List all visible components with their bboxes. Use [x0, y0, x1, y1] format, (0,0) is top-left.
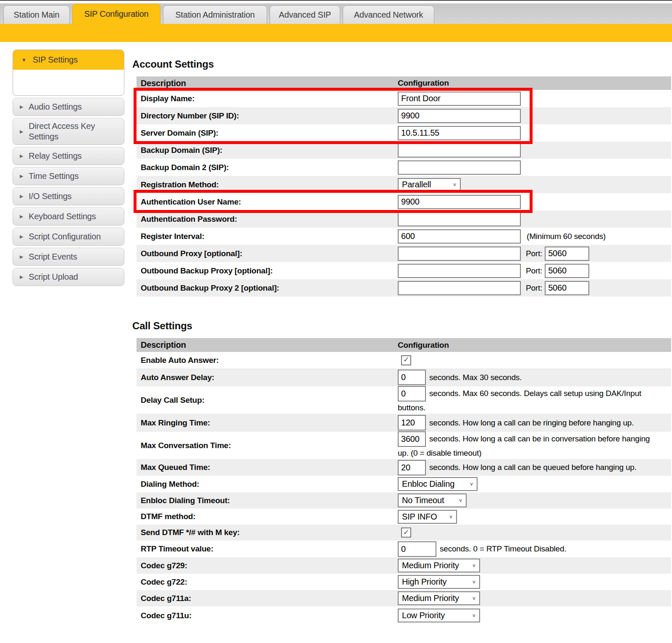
column-header-description: Description — [136, 79, 394, 88]
codec-g729-select[interactable]: Medium Priority — [398, 559, 480, 572]
max-ringing-time-input[interactable] — [398, 415, 426, 430]
rtp-timeout-input[interactable] — [398, 541, 436, 557]
table-row: Directory Number (SIP ID): — [136, 107, 671, 124]
max-queued-time-note: seconds. How long a call can be queued b… — [429, 463, 637, 472]
codec-g722-select[interactable]: High Priority — [398, 575, 480, 589]
sidebar-item-label: Keyboard Settings — [29, 211, 96, 222]
sidebar-panel-sip-settings: SIP Settings — [13, 50, 124, 96]
table-row: Enbloc Dialing Timeout: No Timeout — [136, 492, 671, 509]
sidebar-item-relay-settings[interactable]: Relay Settings — [13, 147, 124, 165]
sidebar-item-io-settings[interactable]: I/O Settings — [13, 187, 124, 205]
selected-value: Medium Priority — [402, 561, 459, 570]
sidebar-item-script-configuration[interactable]: Script Configuration — [13, 228, 124, 246]
table-row: Outbound Backup Proxy [optional]: Port: — [136, 262, 671, 279]
codec-g722-label: Codec g722: — [136, 577, 394, 587]
chevron-right-icon — [20, 214, 23, 219]
dialing-method-select[interactable]: Enbloc Dialing — [398, 477, 478, 491]
backup-domain2-input[interactable] — [398, 160, 521, 175]
selected-value: No Timeout — [402, 496, 444, 505]
table-row: Max Conversation Time: seconds. How long… — [136, 432, 671, 459]
directory-number-label: Directory Number (SIP ID): — [136, 111, 394, 121]
tab-advanced-network[interactable]: Advanced Network — [343, 5, 434, 24]
sidebar-item-script-events[interactable]: Script Events — [13, 248, 124, 266]
chevron-right-icon — [20, 275, 23, 279]
display-name-input[interactable] — [398, 92, 521, 106]
sidebar-item-sip-settings[interactable]: SIP Settings — [13, 50, 124, 70]
auth-password-input[interactable] — [398, 212, 521, 226]
enable-auto-answer-label: Enable Auto Answer: — [136, 356, 394, 365]
max-queued-time-input[interactable] — [398, 460, 426, 475]
register-interval-note: (Minimum 60 seconds) — [527, 232, 606, 241]
auto-answer-delay-label: Auto Answer Delay: — [136, 373, 394, 382]
chevron-down-icon — [470, 482, 473, 486]
chevron-right-icon — [20, 255, 23, 259]
selected-value: Enbloc Dialing — [402, 479, 454, 489]
send-dtmf-checkbox[interactable] — [401, 528, 411, 538]
sidebar-item-direct-access-key-settings[interactable]: Direct Access Key Settings — [13, 118, 124, 145]
register-interval-input[interactable] — [398, 229, 521, 244]
auto-answer-delay-note: seconds. Max 30 seconds. — [429, 373, 522, 382]
dtmf-method-select[interactable]: SIP INFO — [398, 510, 457, 524]
selected-value: SIP INFO — [402, 512, 437, 522]
outbound-backup-proxy2-input[interactable] — [398, 281, 521, 295]
sidebar-item-script-upload[interactable]: Script Upload — [13, 268, 124, 286]
backup-domain-input[interactable] — [398, 143, 521, 157]
table-row: Dialing Method: Enbloc Dialing — [136, 476, 671, 492]
chevron-right-icon — [20, 154, 23, 158]
chevron-down-icon — [472, 580, 476, 584]
rtp-timeout-label: RTP Timeout value: — [136, 544, 394, 554]
account-settings-table: Description Configuration Display Name: … — [136, 76, 671, 297]
codec-g711u-select[interactable]: Low Priority — [398, 609, 480, 622]
auth-password-label: Authentication Password: — [136, 215, 394, 224]
codec-g711a-select[interactable]: Medium Priority — [398, 591, 480, 605]
max-conversation-time-label: Max Conversation Time: — [136, 441, 394, 450]
column-header-configuration: Configuration — [394, 79, 671, 88]
directory-number-input[interactable] — [398, 109, 521, 123]
outbound-proxy-input[interactable] — [398, 247, 521, 261]
outbound-backup-proxy-input[interactable] — [398, 264, 521, 278]
main-content: Account Settings Description Configurati… — [132, 59, 671, 625]
display-name-label: Display Name: — [136, 94, 394, 103]
enable-auto-answer-checkbox[interactable] — [401, 355, 411, 365]
table-row: Delay Call Setup: seconds. Max 60 second… — [136, 386, 671, 414]
selected-value: Low Priority — [402, 611, 445, 620]
auth-user-input[interactable] — [398, 195, 521, 209]
outbound-backup-proxy-port-input[interactable] — [545, 264, 589, 278]
enbloc-dialing-timeout-select[interactable]: No Timeout — [398, 493, 467, 507]
table-row: Max Ringing Time: seconds. How long a ca… — [136, 414, 671, 432]
server-domain-input[interactable] — [398, 126, 521, 140]
outbound-backup-proxy2-label: Outbound Backup Proxy 2 [optional]: — [136, 283, 394, 293]
sidebar-item-label: Relay Settings — [29, 151, 81, 161]
tab-sip-configuration[interactable]: SIP Configuration — [72, 4, 160, 24]
backup-domain-label: Backup Domain (SIP): — [136, 146, 394, 155]
table-row: DTMF method: SIP INFO — [136, 509, 671, 525]
max-conversation-time-input[interactable] — [398, 431, 426, 447]
outbound-proxy-port-input[interactable] — [545, 247, 589, 261]
chevron-down-icon — [472, 596, 476, 601]
account-settings-title: Account Settings — [132, 59, 671, 70]
max-conversation-time-note: seconds. How long a call can be in conve… — [398, 434, 650, 457]
sidebar-item-label: Script Upload — [29, 272, 78, 282]
selected-value: Medium Priority — [402, 593, 459, 603]
enbloc-dialing-timeout-label: Enbloc Dialing Timeout: — [136, 496, 394, 505]
sidebar-item-audio-settings[interactable]: Audio Settings — [13, 98, 124, 116]
table-row: Codec g729: Medium Priority — [136, 557, 671, 574]
delay-call-setup-input[interactable] — [398, 386, 426, 402]
outbound-backup-proxy2-port-input[interactable] — [545, 281, 589, 295]
outbound-backup-proxy-label: Outbound Backup Proxy [optional]: — [136, 266, 394, 276]
sidebar-item-time-settings[interactable]: Time Settings — [13, 167, 124, 185]
max-ringing-time-label: Max Ringing Time: — [136, 418, 394, 428]
chevron-right-icon — [20, 174, 23, 178]
registration-method-select[interactable]: Parallell — [398, 178, 461, 191]
sidebar-item-keyboard-settings[interactable]: Keyboard Settings — [13, 207, 124, 226]
tab-station-main[interactable]: Station Main — [3, 5, 70, 24]
table-row: Display Name: — [136, 90, 671, 107]
table-header: Description Configuration — [136, 76, 671, 90]
dialing-method-label: Dialing Method: — [136, 480, 394, 489]
outbound-proxy-label: Outbound Proxy [optional]: — [136, 249, 394, 258]
tab-station-administration[interactable]: Station Administration — [163, 5, 267, 24]
table-row: Registration Method: Parallell — [136, 176, 671, 193]
auto-answer-delay-input[interactable] — [398, 370, 426, 385]
column-header-description: Description — [136, 340, 394, 350]
tab-advanced-sip[interactable]: Advanced SIP — [270, 5, 340, 24]
